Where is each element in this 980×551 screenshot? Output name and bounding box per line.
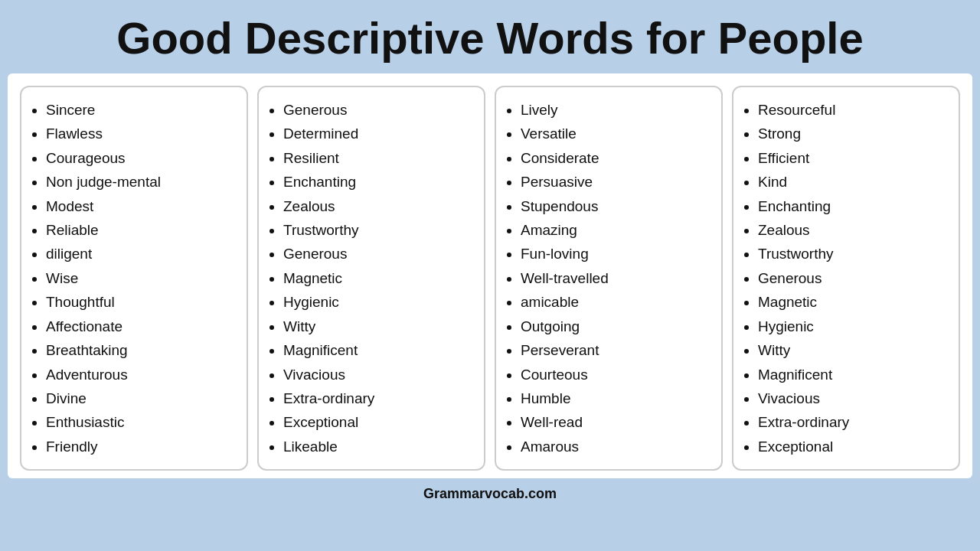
list-item: Magnificent bbox=[758, 363, 948, 386]
list-item: Courteous bbox=[521, 363, 710, 386]
column-3: LivelyVersatileConsideratePersuasiveStup… bbox=[495, 86, 723, 471]
list-item: Thoughtful bbox=[46, 290, 236, 314]
list-item: Divine bbox=[46, 386, 236, 410]
main-content: SincereFlawlessCourageousNon judge-menta… bbox=[8, 73, 972, 479]
list-item: Lively bbox=[521, 98, 710, 122]
list-item: Resilient bbox=[283, 146, 473, 170]
list-item: Enchanting bbox=[283, 170, 473, 194]
list-item: Amazing bbox=[521, 218, 710, 242]
list-item: Well-travelled bbox=[521, 266, 710, 290]
list-item: Magnetic bbox=[283, 266, 473, 290]
column-4: ResourcefulStrongEfficientKindEnchanting… bbox=[732, 86, 960, 471]
list-item: Flawless bbox=[46, 122, 236, 145]
list-item: Stupendous bbox=[521, 194, 710, 218]
list-item: Kind bbox=[758, 170, 948, 194]
word-list-4: ResourcefulStrongEfficientKindEnchanting… bbox=[741, 98, 948, 459]
list-item: Strong bbox=[758, 122, 948, 145]
footer: Grammarvocab.com bbox=[0, 478, 980, 508]
list-item: Likeable bbox=[283, 435, 473, 458]
list-item: Perseverant bbox=[521, 338, 710, 362]
list-item: Fun-loving bbox=[521, 242, 710, 266]
list-item: Breathtaking bbox=[46, 338, 236, 362]
header: Good Descriptive Words for People bbox=[0, 0, 980, 73]
footer-text: Grammarvocab.com bbox=[423, 486, 557, 501]
list-item: Vivacious bbox=[283, 363, 473, 386]
list-item: Enthusiastic bbox=[46, 410, 236, 434]
list-item: Sincere bbox=[46, 98, 236, 122]
list-item: Affectionate bbox=[46, 315, 236, 338]
list-item: Zealous bbox=[758, 218, 948, 242]
list-item: Non judge-mental bbox=[46, 170, 236, 194]
list-item: Hygienic bbox=[283, 290, 473, 314]
list-item: Determined bbox=[283, 122, 473, 145]
list-item: Exceptional bbox=[758, 435, 948, 458]
list-item: Courageous bbox=[46, 146, 236, 170]
list-item: Amarous bbox=[521, 435, 710, 458]
list-item: Vivacious bbox=[758, 386, 948, 410]
list-item: Modest bbox=[46, 194, 236, 218]
word-list-2: GenerousDeterminedResilientEnchantingZea… bbox=[266, 98, 473, 459]
page-wrapper: Good Descriptive Words for People Sincer… bbox=[0, 0, 980, 508]
list-item: Exceptional bbox=[283, 410, 473, 434]
list-item: Witty bbox=[283, 315, 473, 338]
list-item: Generous bbox=[283, 98, 473, 122]
list-item: Outgoing bbox=[521, 315, 710, 338]
page-title: Good Descriptive Words for People bbox=[15, 14, 965, 63]
list-item: Well-read bbox=[521, 410, 710, 434]
list-item: Adventurous bbox=[46, 363, 236, 386]
list-item: Zealous bbox=[283, 194, 473, 218]
list-item: Trustworthy bbox=[283, 218, 473, 242]
list-item: Generous bbox=[283, 242, 473, 266]
list-item: Resourceful bbox=[758, 98, 948, 122]
list-item: diligent bbox=[46, 242, 236, 266]
list-item: Witty bbox=[758, 338, 948, 362]
list-item: Magnetic bbox=[758, 290, 948, 314]
word-list-3: LivelyVersatileConsideratePersuasiveStup… bbox=[504, 98, 710, 459]
list-item: amicable bbox=[521, 290, 710, 314]
list-item: Wise bbox=[46, 266, 236, 290]
list-item: Enchanting bbox=[758, 194, 948, 218]
list-item: Friendly bbox=[46, 435, 236, 458]
list-item: Efficient bbox=[758, 146, 948, 170]
word-list-1: SincereFlawlessCourageousNon judge-menta… bbox=[29, 98, 236, 459]
list-item: Extra-ordinary bbox=[758, 410, 948, 434]
list-item: Considerate bbox=[521, 146, 710, 170]
list-item: Versatile bbox=[521, 122, 710, 145]
list-item: Extra-ordinary bbox=[283, 386, 473, 410]
list-item: Hygienic bbox=[758, 315, 948, 338]
list-item: Generous bbox=[758, 266, 948, 290]
column-2: GenerousDeterminedResilientEnchantingZea… bbox=[257, 86, 485, 471]
column-1: SincereFlawlessCourageousNon judge-menta… bbox=[20, 86, 248, 471]
list-item: Persuasive bbox=[521, 170, 710, 194]
list-item: Trustworthy bbox=[758, 242, 948, 266]
list-item: Magnificent bbox=[283, 338, 473, 362]
list-item: Reliable bbox=[46, 218, 236, 242]
list-item: Humble bbox=[521, 386, 710, 410]
